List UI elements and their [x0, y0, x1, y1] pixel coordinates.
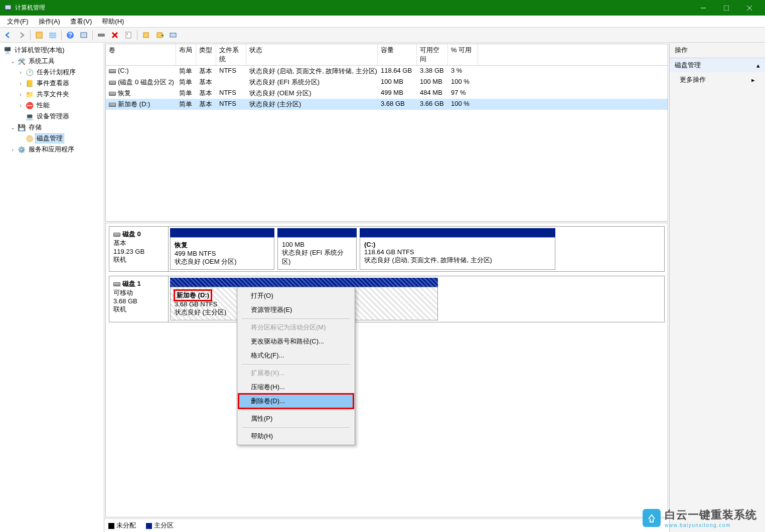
menu-action[interactable]: 操作(A) [34, 16, 65, 27]
tools-icon: 🛠️ [18, 57, 26, 65]
tree-performance[interactable]: ›⛔性能 [1, 100, 103, 111]
computer-icon: 🖥️ [4, 46, 12, 54]
ctx-format[interactable]: 格式化(F)... [239, 348, 353, 363]
menu-view[interactable]: 查看(V) [65, 16, 97, 27]
properties-icon[interactable] [122, 29, 134, 41]
window-title: 计算机管理 [15, 4, 692, 12]
svg-rect-18 [143, 33, 148, 38]
ctx-mark-active: 将分区标记为活动分区(M) [239, 320, 353, 334]
disk-row: 磁盘 0基本119.23 GB联机恢复499 MB NTFS状态良好 (OEM … [109, 226, 665, 272]
event-icon: 📒 [26, 79, 34, 87]
chevron-right-icon: ▸ [751, 76, 755, 84]
tool-c-icon[interactable] [167, 29, 179, 41]
svg-rect-13 [98, 34, 104, 36]
watermark-url: www.baiyunxitong.com [665, 522, 757, 528]
ctx-delete-volume[interactable]: 删除卷(D)... [239, 394, 353, 408]
show-hide-tree-button[interactable] [33, 29, 45, 41]
disk-info[interactable]: 磁盘 0基本119.23 GB联机 [109, 227, 169, 271]
actions-pane: 操作 磁盘管理 ▴ 更多操作 ▸ [670, 43, 765, 532]
partition[interactable]: 恢复499 MB NTFS状态良好 (OEM 分区) [170, 228, 274, 270]
tree-task-scheduler[interactable]: ›🕐任务计划程序 [1, 67, 103, 78]
services-icon: ⚙️ [18, 145, 26, 153]
actions-more[interactable]: 更多操作 ▸ [670, 72, 765, 87]
menu-help[interactable]: 帮助(H) [97, 16, 129, 27]
svg-rect-8 [49, 35, 56, 36]
col-status[interactable]: 状态 [246, 44, 378, 65]
storage-icon: 💾 [18, 123, 26, 131]
view-button[interactable] [47, 29, 59, 41]
tree-root[interactable]: 🖥️计算机管理(本地) [1, 45, 103, 56]
maximize-button[interactable] [715, 0, 738, 16]
tree-storage[interactable]: ⌄💾存储 [1, 122, 103, 133]
svg-rect-16 [126, 32, 131, 38]
tree-disk-management[interactable]: 📀磁盘管理 [1, 133, 103, 144]
folder-icon: 📁 [26, 90, 34, 98]
col-fs[interactable]: 文件系统 [216, 44, 246, 65]
context-menu: 打开(O) 资源管理器(E) 将分区标记为活动分区(M) 更改驱动器号和路径(C… [237, 287, 355, 445]
volume-row[interactable]: 恢复简单基本NTFS状态良好 (OEM 分区)499 MB484 MB97 % [106, 88, 668, 99]
svg-rect-0 [5, 5, 11, 10]
svg-rect-12 [81, 33, 87, 38]
svg-rect-6 [36, 32, 42, 38]
refresh-button[interactable] [78, 29, 90, 41]
collapse-icon: ▴ [756, 62, 760, 69]
clock-icon: 🕐 [26, 68, 34, 76]
disk-graphical-view: 磁盘 0基本119.23 GB联机恢复499 MB NTFS状态良好 (OEM … [105, 223, 668, 517]
watermark-icon [643, 509, 661, 527]
menu-file[interactable]: 文件(F) [2, 16, 34, 27]
volume-row[interactable]: (C:)简单基本NTFS状态良好 (启动, 页面文件, 故障转储, 主分区)11… [106, 66, 668, 77]
volume-row[interactable]: (磁盘 0 磁盘分区 2)简单基本状态良好 (EFI 系统分区)100 MB10… [106, 77, 668, 88]
back-button[interactable] [2, 29, 14, 41]
titlebar: 计算机管理 [0, 0, 765, 16]
actions-header: 操作 [670, 43, 765, 58]
ctx-open[interactable]: 打开(O) [239, 289, 353, 303]
svg-rect-21 [170, 33, 176, 37]
col-pct[interactable]: % 可用 [448, 44, 478, 65]
help-button[interactable]: ? [64, 29, 76, 41]
svg-rect-1 [7, 10, 10, 11]
svg-text:+: + [161, 32, 164, 39]
col-free[interactable]: 可用空间 [417, 44, 448, 65]
app-icon [4, 4, 12, 12]
tree-services[interactable]: ›⚙️服务和应用程序 [1, 144, 103, 155]
svg-rect-7 [49, 33, 56, 34]
partition[interactable]: (C:)118.64 GB NTFS状态良好 (启动, 页面文件, 故障转储, … [360, 228, 555, 270]
tool-b-icon[interactable]: + [154, 29, 166, 41]
minimize-button[interactable] [692, 0, 715, 16]
legend-unallocated: 未分配 [108, 521, 136, 530]
volume-row[interactable]: 新加卷 (D:)简单基本NTFS状态良好 (主分区)3.68 GB3.66 GB… [106, 99, 668, 110]
col-type[interactable]: 类型 [196, 44, 216, 65]
tree-shared-folders[interactable]: ›📁共享文件夹 [1, 89, 103, 100]
tool-a-icon[interactable] [140, 29, 152, 41]
watermark: 白云一键重装系统 www.baiyunxitong.com [643, 507, 757, 528]
forward-button[interactable] [16, 29, 28, 41]
volume-list-header: 卷 布局 类型 文件系统 状态 容量 可用空间 % 可用 [106, 44, 668, 66]
ctx-shrink[interactable]: 压缩卷(H)... [239, 380, 353, 394]
close-button[interactable] [738, 0, 761, 16]
col-layout[interactable]: 布局 [176, 44, 196, 65]
disk-row: 磁盘 1可移动3.68 GB联机新加卷 (D:)3.68 GB NTFS状态良好… [109, 276, 665, 322]
tree-pane: 🖥️计算机管理(本地) ⌄🛠️系统工具 ›🕐任务计划程序 ›📒事件查看器 ›📁共… [0, 43, 104, 532]
ctx-properties[interactable]: 属性(P) [239, 412, 353, 426]
perf-icon: ⛔ [26, 101, 34, 109]
svg-rect-3 [724, 6, 729, 11]
partition[interactable]: 100 MB状态良好 (EFI 系统分区) [277, 228, 357, 270]
menubar: 文件(F) 操作(A) 查看(V) 帮助(H) [0, 16, 765, 28]
tree-system-tools[interactable]: ⌄🛠️系统工具 [1, 56, 103, 67]
svg-rect-9 [49, 37, 56, 38]
svg-text:?: ? [68, 31, 72, 39]
tree-device-manager[interactable]: 💻设备管理器 [1, 111, 103, 122]
delete-icon[interactable] [109, 29, 121, 41]
ctx-change-drive[interactable]: 更改驱动器号和路径(C)... [239, 334, 353, 348]
ctx-explorer[interactable]: 资源管理器(E) [239, 303, 353, 317]
watermark-title: 白云一键重装系统 [665, 507, 757, 522]
tool-config-icon[interactable] [95, 29, 107, 41]
disk-info[interactable]: 磁盘 1可移动3.68 GB联机 [109, 276, 169, 322]
actions-section-disk[interactable]: 磁盘管理 ▴ [670, 58, 765, 72]
ctx-help[interactable]: 帮助(H) [239, 429, 353, 443]
col-capacity[interactable]: 容量 [378, 44, 417, 65]
legend-primary: 主分区 [146, 521, 174, 530]
col-volume[interactable]: 卷 [106, 44, 176, 65]
svg-point-17 [127, 34, 128, 35]
tree-event-viewer[interactable]: ›📒事件查看器 [1, 78, 103, 89]
